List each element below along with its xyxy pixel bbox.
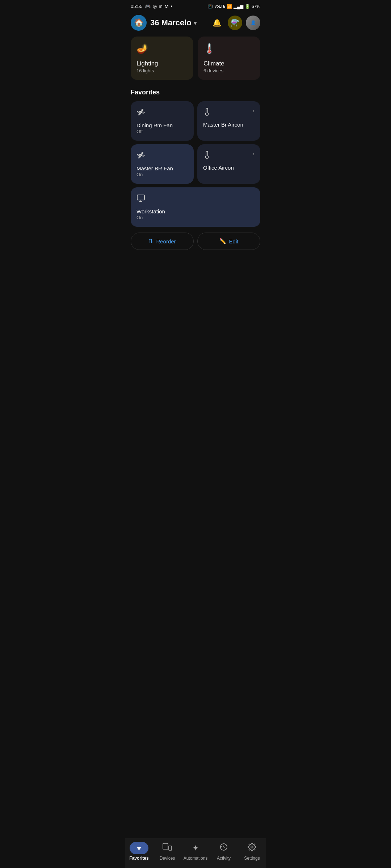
linkedin-icon: in bbox=[159, 4, 163, 9]
dining-fan-header bbox=[136, 108, 188, 119]
climate-icon: 🌡️ bbox=[203, 43, 255, 54]
master-br-aircon-title: Master Br Aircon bbox=[203, 122, 255, 128]
reorder-label: Reorder bbox=[156, 238, 176, 244]
header-left: 🏠 36 Marcelo ▾ bbox=[131, 15, 197, 31]
climate-card[interactable]: 🌡️ Climate 6 devices bbox=[198, 37, 260, 80]
edit-label: Edit bbox=[229, 238, 239, 244]
lab-icon: ⚗️ bbox=[231, 18, 240, 27]
dropdown-chevron-icon: ▾ bbox=[194, 20, 197, 26]
home-icon[interactable]: 🏠 bbox=[131, 15, 147, 31]
master-br-fan-title: Master BR Fan bbox=[136, 165, 188, 172]
category-row: 🪔 Lighting 16 lights 🌡️ Climate 6 device… bbox=[125, 37, 266, 89]
lab-button[interactable]: ⚗️ bbox=[228, 16, 242, 30]
home-name-button[interactable]: 36 Marcelo ▾ bbox=[150, 18, 197, 27]
climate-title: Climate bbox=[203, 60, 255, 67]
signal-icon: ▂▄▆ bbox=[234, 4, 243, 9]
battery-percent: 67% bbox=[252, 4, 260, 9]
avatar-image: 👤 bbox=[246, 16, 260, 30]
favorites-section-title: Favorites bbox=[125, 89, 266, 101]
thermometer-icon bbox=[203, 108, 211, 118]
wifi-icon: 📶 bbox=[227, 4, 232, 9]
status-left: 05:55 🎮 ◎ in M • bbox=[131, 4, 172, 9]
master-br-aircon-card[interactable]: › Master Br Aircon bbox=[197, 101, 260, 141]
workstation-row: Workstation On bbox=[125, 187, 266, 227]
workstation-card[interactable]: Workstation On bbox=[131, 187, 260, 227]
lighting-card[interactable]: 🪔 Lighting 16 lights bbox=[131, 37, 193, 80]
reorder-icon: ⇅ bbox=[148, 238, 153, 244]
discord-icon: 🎮 bbox=[145, 4, 151, 9]
office-thermometer-icon bbox=[203, 151, 211, 161]
dining-fan-title: Dining Rm Fan bbox=[136, 122, 188, 129]
office-aircon-card[interactable]: › Office Aircon bbox=[197, 144, 260, 184]
master-br-fan-card[interactable]: Master BR Fan On bbox=[131, 144, 194, 184]
volte-icon: VoLTE bbox=[214, 4, 225, 8]
header-right: 🔔 ⚗️ 👤 bbox=[210, 16, 260, 30]
monitor-icon bbox=[136, 194, 145, 205]
notifications-button[interactable]: 🔔 bbox=[210, 16, 224, 30]
reorder-button[interactable]: ⇅ Reorder bbox=[131, 233, 194, 250]
workstation-status: On bbox=[136, 215, 255, 220]
svg-rect-2 bbox=[137, 195, 144, 200]
office-aircon-header: › bbox=[203, 151, 255, 161]
avatar-button[interactable]: 👤 bbox=[246, 16, 260, 30]
dining-fan-status: Off bbox=[136, 129, 188, 134]
lighting-title: Lighting bbox=[136, 60, 188, 67]
master-fan-icon bbox=[136, 151, 145, 162]
status-bar: 05:55 🎮 ◎ in M • 📳 VoLTE 📶 ▂▄▆ 🔋 67% bbox=[125, 0, 266, 11]
home-name-label: 36 Marcelo bbox=[150, 18, 192, 27]
workstation-header bbox=[136, 194, 255, 205]
favorites-grid: Dining Rm Fan Off › Master Br Aircon bbox=[125, 101, 266, 184]
instagram-icon: ◎ bbox=[153, 4, 157, 9]
lighting-icon: 🪔 bbox=[136, 43, 188, 54]
battery-icon: 🔋 bbox=[245, 4, 250, 9]
workstation-title: Workstation bbox=[136, 208, 255, 215]
dot-indicator: • bbox=[171, 4, 173, 9]
vibrate-icon: 📳 bbox=[207, 4, 213, 9]
header: 🏠 36 Marcelo ▾ 🔔 ⚗️ 👤 bbox=[125, 11, 266, 37]
office-aircon-title: Office Aircon bbox=[203, 165, 255, 171]
status-time: 05:55 bbox=[131, 4, 143, 9]
action-row: ⇅ Reorder ✏️ Edit bbox=[125, 227, 266, 250]
master-br-aircon-header: › bbox=[203, 108, 255, 118]
master-br-fan-status: On bbox=[136, 172, 188, 177]
edit-icon: ✏️ bbox=[219, 238, 226, 244]
office-aircon-chevron-icon: › bbox=[253, 151, 255, 157]
dining-fan-card[interactable]: Dining Rm Fan Off bbox=[131, 101, 194, 141]
gmail-icon: M bbox=[165, 4, 169, 9]
status-right: 📳 VoLTE 📶 ▂▄▆ 🔋 67% bbox=[207, 4, 260, 9]
climate-subtitle: 6 devices bbox=[203, 68, 255, 73]
edit-button[interactable]: ✏️ Edit bbox=[197, 233, 260, 250]
lighting-subtitle: 16 lights bbox=[136, 68, 188, 73]
fan-icon bbox=[136, 108, 145, 119]
master-br-fan-header bbox=[136, 151, 188, 162]
master-br-aircon-chevron-icon: › bbox=[253, 108, 255, 114]
